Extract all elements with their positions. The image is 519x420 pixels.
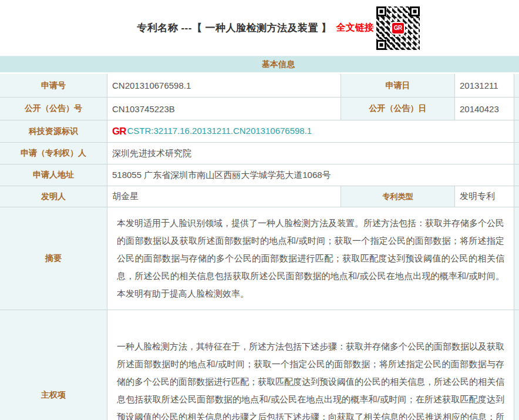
value-main-claim: 一种人脸检测方法，其特征在于，所述方法包括下述步骤：获取并存储多个公民的面部数据… bbox=[107, 310, 514, 420]
value-patent-type: 发明专利 bbox=[455, 186, 514, 207]
value-cstr-id: GRCSTR:32117.16.20131211.CN201310676598.… bbox=[107, 120, 514, 143]
value-abstract: 本发明适用于人脸识别领域，提供了一种人脸检测方法及装置。所述方法包括：获取并存储… bbox=[107, 207, 514, 310]
value-publication-date: 20140423 bbox=[455, 98, 514, 120]
label-applicant-address: 申请人地址 bbox=[0, 164, 107, 186]
qr-finder-icon bbox=[376, 40, 386, 50]
fulltext-link[interactable]: 全文链接 bbox=[336, 22, 374, 34]
qr-code: GR bbox=[376, 6, 420, 50]
table-edge-cell bbox=[514, 310, 519, 420]
qr-finder-icon bbox=[376, 6, 386, 16]
table-row: 科技资源标识 GRCSTR:32117.16.20131211.CN201310… bbox=[0, 120, 519, 143]
table-row: 发明人 胡金星 专利类型 发明专利 bbox=[0, 186, 519, 207]
value-publication-number: CN103745223B bbox=[107, 98, 341, 120]
label-cstr-id: 科技资源标识 bbox=[0, 120, 107, 143]
table-row: 申请（专利权）人 深圳先进技术研究院 bbox=[0, 143, 519, 164]
label-main-claim: 主权项 bbox=[0, 310, 107, 420]
table-header-row: 基本信息 bbox=[0, 56, 519, 74]
table-edge-cell bbox=[514, 120, 519, 143]
table-row: 主权项 一种人脸检测方法，其特征在于，所述方法包括下述步骤：获取并存储多个公民的… bbox=[0, 310, 519, 420]
value-application-number: CN201310676598.1 bbox=[107, 74, 341, 98]
label-publication-number: 公开（公告）号 bbox=[0, 98, 107, 120]
label-patent-type: 专利类型 bbox=[341, 186, 455, 207]
label-publication-date: 公开（公告）日 bbox=[341, 98, 455, 120]
table-edge-cell bbox=[514, 207, 519, 310]
label-inventor: 发明人 bbox=[0, 186, 107, 207]
table-edge-cell bbox=[514, 98, 519, 120]
title-bar: 专利名称 ---【 一种人脸检测方法及装置 】 全文链接 GR bbox=[0, 0, 519, 56]
cstr-link[interactable]: CSTR:32117.16.20131211.CN201310676598.1 bbox=[127, 126, 312, 136]
table-row: 申请人地址 518055 广东省深圳市南山区西丽大学城学苑大道1068号 bbox=[0, 164, 519, 186]
label-abstract: 摘要 bbox=[0, 207, 107, 310]
value-application-date: 20131211 bbox=[455, 74, 514, 98]
table-edge-cell bbox=[514, 164, 519, 186]
page-title: 专利名称 ---【 一种人脸检测方法及装置 】 bbox=[137, 21, 332, 35]
table-edge-cell bbox=[514, 143, 519, 164]
table-row: 申请号 CN201310676598.1 申请日 20131211 bbox=[0, 74, 519, 98]
cstr-gr-icon: GR bbox=[112, 126, 126, 137]
table-row: 公开（公告）号 CN103745223B 公开（公告）日 20140423 bbox=[0, 98, 519, 120]
table-edge-cell bbox=[514, 74, 519, 98]
label-applicant: 申请（专利权）人 bbox=[0, 143, 107, 164]
table-row: 摘要 本发明适用于人脸识别领域，提供了一种人脸检测方法及装置。所述方法包括：获取… bbox=[0, 207, 519, 310]
value-inventor: 胡金星 bbox=[107, 186, 341, 207]
table-header: 基本信息 bbox=[0, 56, 519, 74]
label-application-date: 申请日 bbox=[341, 74, 455, 98]
value-applicant: 深圳先进技术研究院 bbox=[107, 143, 514, 164]
qr-finder-icon bbox=[410, 6, 420, 16]
patent-detail-page: 专利名称 ---【 一种人脸检测方法及装置 】 全文链接 GR 基本信息 申请号… bbox=[0, 0, 519, 420]
basic-info-table: 基本信息 申请号 CN201310676598.1 申请日 20131211 公… bbox=[0, 56, 519, 420]
value-applicant-address: 518055 广东省深圳市南山区西丽大学城学苑大道1068号 bbox=[107, 164, 514, 186]
label-application-number: 申请号 bbox=[0, 74, 107, 98]
cstr-gr-logo-icon: GR bbox=[391, 22, 405, 35]
table-edge-cell bbox=[514, 186, 519, 207]
